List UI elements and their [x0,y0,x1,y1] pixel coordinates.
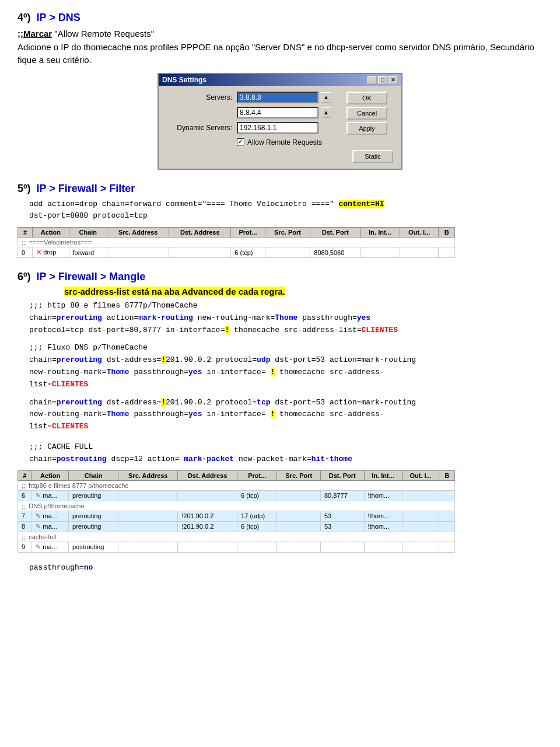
block3-iface-pre: in-interface= [202,410,270,418]
section-6-subtitle-wrap: src-address-list está na aba Advanced de… [64,287,542,296]
server2-up-btn[interactable]: ▲ [321,107,331,118]
mangle-row-6-action: ✎ ma... [32,490,69,501]
server2-input[interactable] [237,107,318,118]
action-text: action=drop [47,200,102,208]
mangle-comment-http: ;;; http80 e filmes 8777 p/thomecache [18,480,455,490]
fw-col-out: Out. I... [400,228,438,238]
mangle-col-sport: Src. Port [277,470,321,480]
add-text: add [29,200,47,208]
section-5-code: add action=drop chain=forward comment="=… [29,198,542,223]
block3-proto-pre: protocol= [211,398,257,407]
block3-mark-val: Thome [107,410,130,418]
firewall-filter-table: # Action Chain Src. Address Dst. Address… [18,227,455,258]
server2-input-wrap: ▲ [237,107,331,118]
block2-pass-pre: passthrough= [130,368,188,376]
mangle-comment-cache-text: ;;; cache-full [18,532,455,542]
mangle-row-9: 9 ✎ ma... postrouting [18,542,455,552]
dynamic-servers-row: Dynamic Servers: [167,122,341,134]
mangle-comment-cache: ;;; cache-full [18,532,455,542]
mangle-row-6-sport [277,490,321,501]
mangle-col-src: Src. Address [118,470,178,480]
block1-mark-pre: new-routing-mark= [193,313,275,322]
block2-comment: ;;; Fluxo DNS p/ThomeCache [29,343,148,352]
block3-pass-val: yes [188,410,202,418]
mangle-col-b: B [439,470,455,480]
mangle-row-7-prot: 17 (udp) [237,511,277,521]
block3-bang: ! [161,398,166,407]
allow-remote-label: Allow Remote Requests [247,138,322,146]
allow-remote-checkbox[interactable] [237,138,244,146]
block3-dst-pre: dst-address= [102,398,161,407]
fw-col-num: # [18,228,33,238]
restore-button[interactable]: □ [378,76,387,84]
step-5-title: IP > Firewall > Filter [37,183,135,195]
mangle-row-6-dport: 80,8777 [320,490,364,501]
fw-row-0-chain: forward [69,247,107,258]
dynamic-servers-input[interactable] [237,122,318,134]
mangle-row-7-b [439,511,455,521]
block3-proto-val: tcp [257,398,270,407]
marcar-label: ;;Marcar [18,29,52,39]
mangle-table: # Action Chain Src. Address Dst. Address… [18,470,455,553]
mangle-row-9-src [118,542,178,552]
static-button[interactable]: Static [352,150,393,163]
cache-chain-val: postrouting [57,455,107,463]
server1-input[interactable] [237,92,318,103]
dns-dialog-wrapper: DNS Settings _ □ ✕ Servers: [18,73,542,170]
fw-row-0-dport: 8080,5060 [310,247,360,258]
mangle-row-8-chain: prerouting [68,521,118,532]
mangle-col-out: Out. I... [402,470,439,480]
step-6-num: 6º) [18,271,31,283]
mangle-row-8-b [439,521,455,532]
close-button[interactable]: ✕ [388,76,398,84]
mangle-row-7-dst: !201.90.0.2 [178,511,237,521]
section-6-body: ;;; http 80 e filmes 8777p/ThomeCache ch… [18,300,542,574]
mangle-row-9-sport [277,542,321,552]
mangle-row-9-b [439,542,455,552]
ok-button[interactable]: OK [346,92,387,104]
block2-dst-pre: dst-address= [102,355,161,364]
block2-list-val: CLIENTES [52,380,88,389]
minimize-button[interactable]: _ [368,76,377,84]
section-4: 4º) IP > DNS ;;Marcar "Allow Remote Requ… [18,12,542,170]
mangle-row-8-in: !thom... [364,521,402,532]
block3-list-val: CLIENTES [52,422,88,431]
mangle-row-7-dport: 53 [320,511,364,521]
mangle-row-6-b [439,490,455,501]
server1-up-btn[interactable]: ▲ [321,92,331,103]
block2-iface-pre: in-interface= [202,368,270,376]
fw-row-0-action: ✕ drop [33,247,69,258]
fw-row-0-out [400,247,438,258]
block1-pass-val: yes [357,313,370,322]
block2-proto-pre: protocol= [211,355,257,364]
passthrough-pre: passthrough= [29,563,84,572]
dynamic-input-wrap [237,122,318,134]
mangle-row-7-in: !thom... [364,511,402,521]
mangle-col-action: Action [32,470,69,480]
mangle-row-9-chain: postrouting [68,542,118,552]
block2-mark-pre: new-routing-mark= [29,368,107,376]
cache-new-mark-val: hit-thome [312,455,352,463]
mangle-row-7-out [402,511,439,521]
mangle-row-8-action: ✎ ma... [32,521,69,532]
fw-data-row-0: 0 ✕ drop forward 6 (tcp) 8080,5060 [18,247,455,258]
mangle-row-6-prot: 6 (tcp) [237,490,277,501]
mangle-comment-http-text: ;;; http80 e filmes 8777 p/thomecache [18,480,455,490]
block3-pass-pre: passthrough= [130,410,188,418]
mangle-row-9-num: 9 [18,542,32,552]
block3-mark-pre: new-routing-mark= [29,410,107,418]
passthrough-val: no [84,563,93,572]
mangle-col-chain: Chain [68,470,118,480]
block1-list: CLIENTES [362,326,398,334]
mangle-row-6-dst [178,490,237,501]
fw-table-header-row: # Action Chain Src. Address Dst. Address… [18,228,455,238]
mangle-row-9-action: ✎ ma... [32,542,69,552]
mangle-row-8-src [118,521,178,532]
apply-button[interactable]: Apply [346,122,387,135]
mangle-row-6-num: 6 [18,490,32,501]
mangle-col-dst: Dst. Address [178,470,237,480]
cache-chain-pre: chain= [29,455,57,463]
section-6-header: 6º) IP > Firewall > Mangle [18,271,542,283]
cancel-button[interactable]: Cancel [346,107,387,120]
section-4-body: ;;Marcar "Allow Remote Requests" Adicion… [18,27,542,170]
